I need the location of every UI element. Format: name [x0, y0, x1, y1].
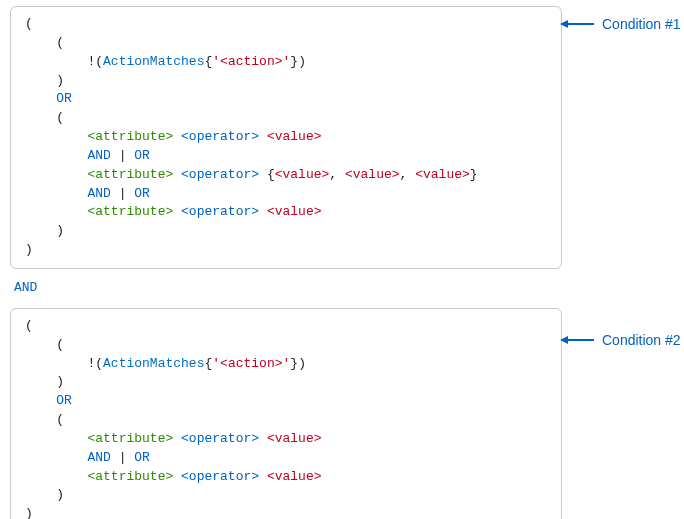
paren-open: (: [25, 16, 33, 31]
code-condition-1: ( ( !(ActionMatches{'<action>'}) ) OR ( …: [25, 15, 551, 260]
code-condition-2: ( ( !(ActionMatches{'<action>'}) ) OR ( …: [25, 317, 551, 519]
callout-label: Condition #2: [602, 330, 681, 350]
paren-open: (: [95, 356, 103, 371]
callout-condition-1: Condition #1: [560, 14, 681, 34]
comma: ,: [329, 167, 337, 182]
paren-close: ): [56, 223, 64, 238]
ph-value: <value>: [267, 431, 322, 446]
ph-attribute: <attribute>: [87, 204, 173, 219]
paren-close: ): [298, 356, 306, 371]
arrow-line: [568, 339, 594, 341]
ph-value: <value>: [267, 204, 322, 219]
ph-attribute: <attribute>: [87, 469, 173, 484]
comma: ,: [400, 167, 408, 182]
kw-and: AND: [87, 148, 110, 163]
quote: ': [212, 54, 220, 69]
kw-or: OR: [134, 186, 150, 201]
ph-value: <value>: [267, 469, 322, 484]
paren-close: ): [56, 374, 64, 389]
fn-action-matches: ActionMatches: [103, 356, 204, 371]
ph-action: <action>: [220, 356, 282, 371]
kw-or: OR: [134, 148, 150, 163]
paren-open: (: [56, 110, 64, 125]
ph-value: <value>: [345, 167, 400, 182]
paren-close: ): [56, 487, 64, 502]
paren-close: ): [25, 506, 33, 519]
bar: |: [119, 186, 127, 201]
kw-or: OR: [134, 450, 150, 465]
paren-open: (: [56, 412, 64, 427]
brace-close: }: [290, 54, 298, 69]
condition-block-1: ( ( !(ActionMatches{'<action>'}) ) OR ( …: [10, 6, 562, 269]
kw-and: AND: [87, 186, 110, 201]
paren-close: ): [25, 242, 33, 257]
kw-or: OR: [56, 91, 72, 106]
kw-and: AND: [87, 450, 110, 465]
brace-close: }: [290, 356, 298, 371]
ph-value: <value>: [267, 129, 322, 144]
ph-value: <value>: [275, 167, 330, 182]
condition-block-2: ( ( !(ActionMatches{'<action>'}) ) OR ( …: [10, 308, 562, 519]
paren-close: ): [298, 54, 306, 69]
ph-operator: <operator>: [181, 129, 259, 144]
paren-open: (: [56, 35, 64, 50]
brace-open: {: [267, 167, 275, 182]
paren-open: (: [25, 318, 33, 333]
ph-action: <action>: [220, 54, 282, 69]
bar: |: [119, 148, 127, 163]
ph-attribute: <attribute>: [87, 129, 173, 144]
brace-close: }: [470, 167, 478, 182]
ph-operator: <operator>: [181, 167, 259, 182]
quote: ': [212, 356, 220, 371]
arrow-line: [568, 23, 594, 25]
fn-action-matches: ActionMatches: [103, 54, 204, 69]
ph-operator: <operator>: [181, 204, 259, 219]
kw-and-between: AND: [14, 279, 676, 298]
paren-open: (: [56, 337, 64, 352]
ph-operator: <operator>: [181, 469, 259, 484]
kw-or: OR: [56, 393, 72, 408]
callout-condition-2: Condition #2: [560, 330, 681, 350]
ph-operator: <operator>: [181, 431, 259, 446]
ph-value: <value>: [415, 167, 470, 182]
bar: |: [119, 450, 127, 465]
paren-open: (: [95, 54, 103, 69]
callout-label: Condition #1: [602, 14, 681, 34]
paren-close: ): [56, 73, 64, 88]
ph-attribute: <attribute>: [87, 167, 173, 182]
ph-attribute: <attribute>: [87, 431, 173, 446]
